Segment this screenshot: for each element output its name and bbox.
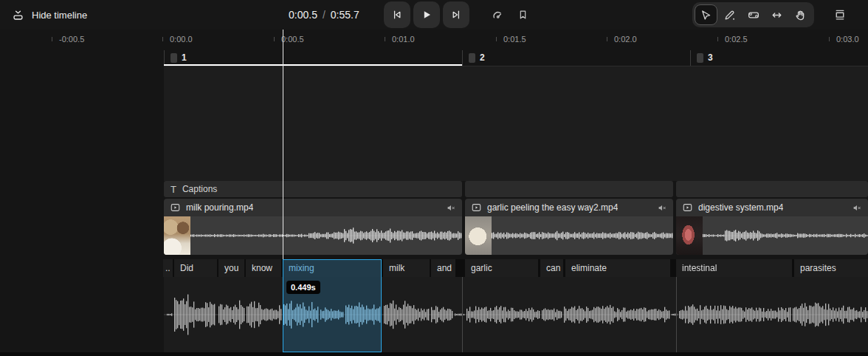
- captions-segment[interactable]: TCaptions: [164, 181, 462, 197]
- word-cell[interactable]: garlic: [465, 259, 538, 277]
- captions-segment[interactable]: [676, 181, 868, 197]
- pen-icon: [723, 9, 736, 21]
- ruler-tick: [385, 37, 385, 41]
- ruler-tick: [607, 37, 607, 41]
- bookmark-button[interactable]: [511, 1, 534, 28]
- timeline-ruler[interactable]: -0:00.50:00.00:00.50:01.00:01.50:02.00:0…: [0, 30, 868, 50]
- word-label: Did: [180, 263, 193, 273]
- hand-icon: [794, 9, 807, 21]
- play-icon: [421, 9, 433, 21]
- track-area[interactable]: [164, 66, 868, 181]
- clip-boundary-line: [462, 277, 463, 352]
- skip-back-button[interactable]: [384, 1, 410, 28]
- clip-waveform-canvas: [190, 216, 462, 255]
- toggle-panel-button[interactable]: [828, 1, 852, 28]
- scene-boundary: [690, 50, 691, 66]
- tool-pan[interactable]: [789, 4, 812, 25]
- clip-play-icon: [170, 202, 181, 213]
- ruler-tick: [52, 37, 52, 41]
- ruler-tick-label: 0:00.0: [170, 35, 193, 44]
- captions-label: Captions: [182, 184, 217, 194]
- scene-number[interactable]: 2: [480, 52, 485, 63]
- clip-body: [676, 216, 868, 255]
- tool-clip-range[interactable]: [742, 4, 765, 25]
- clip-block[interactable]: digestive system.mp4: [676, 199, 868, 255]
- word-label: garlic: [471, 263, 492, 273]
- clip-header[interactable]: garlic peeling the easy way2.mp4: [465, 199, 673, 216]
- collapse-timeline-icon: [12, 9, 24, 21]
- word-label: parasites: [800, 263, 836, 273]
- skip-back-icon: [391, 9, 403, 21]
- timeline-panel: Hide timeline 0:00.5 / 0:55.7 -0:00.50:0…: [0, 0, 868, 356]
- tool-trim[interactable]: [765, 4, 788, 25]
- word-cell[interactable]: Did: [174, 259, 217, 277]
- clip-waveform-canvas: [492, 216, 673, 255]
- tool-draw[interactable]: [718, 4, 741, 25]
- skip-forward-button[interactable]: [443, 1, 469, 28]
- mute-button[interactable]: [852, 203, 862, 213]
- clip-block[interactable]: garlic peeling the easy way2.mp4: [465, 199, 673, 255]
- clip-block[interactable]: milk pouring.mp4: [164, 199, 462, 255]
- scene-number[interactable]: 3: [708, 52, 713, 63]
- speed-gauge-icon: [492, 9, 504, 21]
- ruler-tick: [829, 37, 830, 41]
- word-cell[interactable]: eliminate: [565, 259, 670, 277]
- word-label: intestinal: [682, 263, 717, 273]
- word-cell[interactable]: intestinal: [676, 259, 792, 277]
- muted-speaker-icon: [657, 203, 667, 213]
- ruler-tick-label: 0:01.5: [503, 35, 526, 44]
- ruler-tick-label: -0:00.5: [59, 35, 84, 44]
- scene-row: 123: [164, 50, 868, 66]
- word-cell[interactable]: you: [218, 259, 244, 277]
- playback-speed-button[interactable]: [486, 1, 509, 28]
- word-cell[interactable]: parasites: [794, 259, 868, 277]
- tool-group: [692, 2, 814, 27]
- word-cell[interactable]: and: [431, 259, 455, 277]
- audio-waveform-track[interactable]: [164, 277, 868, 352]
- word-cell[interactable]: can: [540, 259, 563, 277]
- clip-filename: milk pouring.mp4: [186, 202, 253, 213]
- clip-filename: digestive system.mp4: [698, 202, 783, 213]
- mute-button[interactable]: [446, 203, 456, 213]
- word-label: and: [437, 263, 452, 273]
- muted-speaker-icon: [852, 203, 862, 213]
- word-label: mixing: [289, 263, 314, 273]
- selected-scene-underline: [164, 64, 462, 66]
- scene-boundary: [462, 50, 463, 66]
- word-label: you: [224, 263, 238, 273]
- tool-select[interactable]: [695, 4, 717, 25]
- mute-button[interactable]: [657, 203, 667, 213]
- ruler-tick-label: 0:01.0: [392, 35, 415, 44]
- ruler-tick: [496, 37, 497, 41]
- scene-number[interactable]: 1: [182, 52, 187, 63]
- hide-timeline-button[interactable]: Hide timeline: [12, 0, 87, 30]
- word-cell[interactable]: ..: [163, 259, 173, 277]
- clip-thumbnail: [465, 216, 492, 255]
- timeline-waveform-canvas: [164, 277, 868, 352]
- topbar: Hide timeline 0:00.5 / 0:55.7: [0, 0, 868, 30]
- clip-thumbnail: [676, 216, 703, 255]
- clip-waveform-canvas: [703, 216, 868, 255]
- scene-marker-chip[interactable]: [469, 53, 475, 63]
- word-cell[interactable]: know: [246, 259, 281, 277]
- playhead[interactable]: [283, 30, 283, 259]
- scene-marker-chip[interactable]: [170, 53, 177, 63]
- clip-play-icon: [682, 202, 693, 213]
- captions-segment[interactable]: [465, 181, 673, 197]
- total-duration: 0:55.7: [331, 9, 359, 21]
- play-button[interactable]: [413, 1, 440, 28]
- ruler-tick-label: 0:03.0: [836, 35, 859, 44]
- word-cell[interactable]: mixing: [283, 259, 382, 277]
- clip-header[interactable]: digestive system.mp4: [676, 199, 868, 216]
- bookmark-icon: [517, 9, 528, 21]
- clip-header[interactable]: milk pouring.mp4: [164, 199, 462, 216]
- clip-thumbnail: [164, 216, 190, 255]
- muted-speaker-icon: [446, 203, 456, 213]
- clip-body: [465, 216, 673, 255]
- range-icon: [747, 9, 760, 21]
- scene-marker-chip[interactable]: [697, 53, 703, 63]
- ruler-tick: [162, 37, 163, 41]
- clip-body: [164, 216, 462, 255]
- word-cell[interactable]: milk: [383, 259, 430, 277]
- pointer-icon: [700, 9, 712, 21]
